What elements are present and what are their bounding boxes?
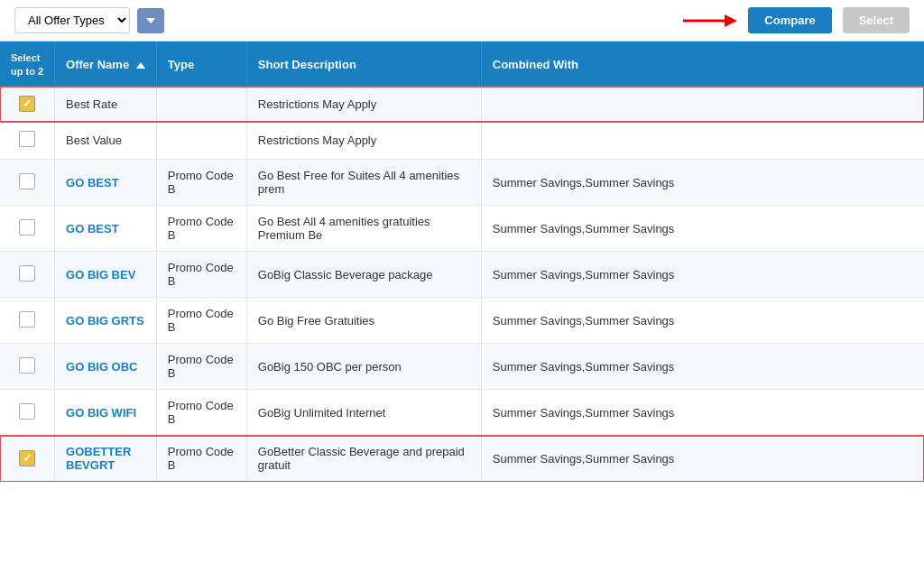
row-checkbox-cell[interactable]: [0, 252, 55, 298]
row-offer-name[interactable]: GO BIG GRTS: [55, 298, 157, 344]
row-checkbox[interactable]: [19, 357, 35, 374]
top-bar-left: All Offer Types: [14, 7, 164, 33]
offer-name-link[interactable]: GOBETTER BEVGRT: [66, 445, 131, 472]
row-checkbox[interactable]: [19, 450, 35, 466]
table-header-row: Selectup to 2 Offer Name Type Short Desc…: [0, 42, 924, 87]
row-combined-with: Summer Savings,Summer Savings: [481, 160, 924, 206]
row-short-description: GoBig Classic Beverage package: [246, 252, 481, 298]
row-short-description: GoBetter Classic Beverage and prepaid gr…: [246, 436, 481, 482]
offer-name-link[interactable]: GO BIG OBC: [66, 360, 137, 374]
row-offer-name[interactable]: GO BIG BEV: [55, 252, 157, 298]
table-row: GO BIG GRTSPromo Code BGo Big Free Gratu…: [0, 298, 924, 344]
row-type: Promo Code B: [156, 160, 246, 206]
row-checkbox-cell[interactable]: [0, 390, 55, 436]
table-row: GO BIG OBCPromo Code BGoBig 150 OBC per …: [0, 344, 924, 390]
top-bar: All Offer Types Compare Select: [0, 0, 924, 42]
row-type: Promo Code B: [156, 436, 246, 482]
col-header-type[interactable]: Type: [156, 42, 246, 87]
row-offer-name[interactable]: GO BEST: [55, 160, 157, 206]
row-checkbox[interactable]: [19, 311, 35, 328]
row-combined-with: Summer Savings,Summer Savings: [481, 344, 924, 390]
row-type: Promo Code B: [156, 252, 246, 298]
offer-type-dropdown[interactable]: All Offer Types: [14, 7, 130, 33]
row-checkbox-cell[interactable]: [0, 160, 55, 206]
col-header-short-description: Short Description: [246, 42, 481, 87]
row-combined-with: [481, 122, 924, 160]
combined-with-header-text: Combined With: [493, 58, 578, 71]
short-desc-header-text: Short Description: [258, 58, 356, 71]
row-checkbox[interactable]: [19, 131, 35, 147]
table-row: GO BESTPromo Code BGo Best Free for Suit…: [0, 160, 924, 206]
row-type: Promo Code B: [156, 344, 246, 390]
row-short-description: GoBig Unlimited Internet: [246, 390, 481, 436]
table-row: Best RateRestrictions May Apply: [0, 87, 924, 122]
row-short-description: Go Big Free Gratuities: [246, 298, 481, 344]
offer-name-header-text: Offer Name: [66, 58, 129, 71]
select-label: Selectup to 2: [11, 52, 43, 77]
offers-table: Selectup to 2 Offer Name Type Short Desc…: [0, 42, 924, 482]
row-checkbox-cell[interactable]: [0, 298, 55, 344]
offer-name-link[interactable]: GO BIG BEV: [66, 268, 135, 282]
row-short-description: Restrictions May Apply: [246, 122, 481, 160]
row-type: Promo Code B: [156, 206, 246, 252]
row-combined-with: Summer Savings,Summer Savings: [481, 390, 924, 436]
col-header-offer-name[interactable]: Offer Name: [55, 42, 157, 87]
row-type: Promo Code B: [156, 298, 246, 344]
row-offer-name[interactable]: GO BIG OBC: [55, 344, 157, 390]
offer-name-link[interactable]: GO BIG GRTS: [66, 314, 144, 328]
row-checkbox[interactable]: [19, 173, 35, 189]
row-checkbox[interactable]: [19, 403, 35, 420]
row-checkbox-cell[interactable]: [0, 206, 55, 252]
table-row: GO BESTPromo Code BGo Best All 4 ameniti…: [0, 206, 924, 252]
dropdown-arrow-button[interactable]: [137, 8, 164, 33]
offer-name-link[interactable]: GO BEST: [66, 222, 119, 235]
row-short-description: GoBig 150 OBC per person: [246, 344, 481, 390]
compare-button[interactable]: Compare: [748, 7, 831, 33]
table-row: GO BIG BEVPromo Code BGoBig Classic Beve…: [0, 252, 924, 298]
arrow-indicator: [683, 14, 737, 28]
offer-name-link[interactable]: GO BEST: [66, 176, 119, 189]
row-checkbox-cell[interactable]: [0, 122, 55, 160]
row-offer-name: Best Rate: [55, 87, 157, 122]
sort-asc-icon: [136, 62, 145, 69]
row-short-description: Go Best Free for Suites All 4 amenities …: [246, 160, 481, 206]
row-offer-name[interactable]: GO BEST: [55, 206, 157, 252]
type-header-text: Type: [168, 58, 194, 71]
row-checkbox[interactable]: [19, 96, 35, 112]
row-checkbox-cell[interactable]: [0, 87, 55, 122]
top-bar-right: Compare Select: [683, 7, 910, 33]
table-row: GOBETTER BEVGRTPromo Code BGoBetter Clas…: [0, 436, 924, 482]
row-offer-name[interactable]: GOBETTER BEVGRT: [55, 436, 157, 482]
col-header-select: Selectup to 2: [0, 42, 55, 87]
row-offer-name[interactable]: GO BIG WIFI: [55, 390, 157, 436]
row-short-description: Go Best All 4 amenities gratuities Premi…: [246, 206, 481, 252]
red-arrow-icon: [683, 14, 737, 28]
row-short-description: Restrictions May Apply: [246, 87, 481, 122]
row-combined-with: Summer Savings,Summer Savings: [481, 436, 924, 482]
offer-name-link[interactable]: GO BIG WIFI: [66, 406, 136, 420]
col-header-combined-with: Combined With: [481, 42, 924, 87]
table-row: GO BIG WIFIPromo Code BGoBig Unlimited I…: [0, 390, 924, 436]
row-checkbox-cell[interactable]: [0, 344, 55, 390]
row-type: [156, 122, 246, 160]
row-combined-with: Summer Savings,Summer Savings: [481, 298, 924, 344]
row-checkbox[interactable]: [19, 265, 35, 282]
row-combined-with: Summer Savings,Summer Savings: [481, 206, 924, 252]
select-button[interactable]: Select: [843, 7, 910, 33]
row-type: Promo Code B: [156, 390, 246, 436]
table-row: Best ValueRestrictions May Apply: [0, 122, 924, 160]
row-checkbox[interactable]: [19, 219, 35, 235]
row-combined-with: Summer Savings,Summer Savings: [481, 252, 924, 298]
row-combined-with: [481, 87, 924, 122]
row-offer-name: Best Value: [55, 122, 157, 160]
row-checkbox-cell[interactable]: [0, 436, 55, 482]
row-type: [156, 87, 246, 122]
